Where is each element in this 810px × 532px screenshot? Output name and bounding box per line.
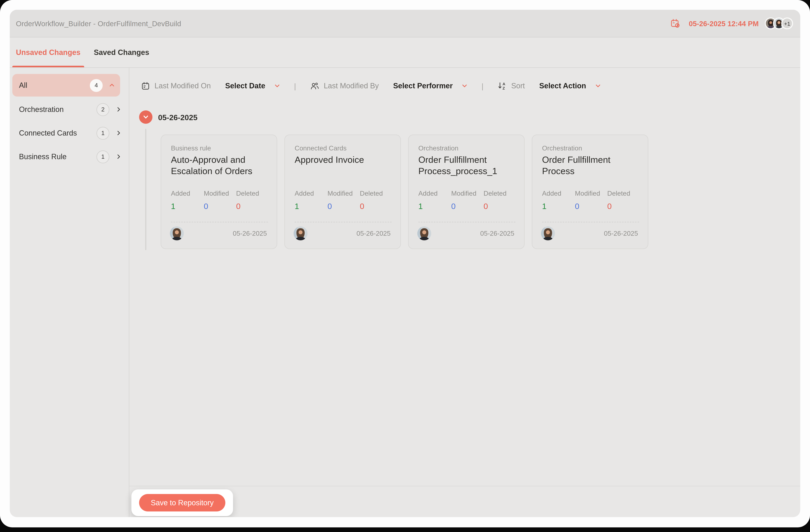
save-container: Save to Repository: [131, 489, 233, 516]
card-title: Approved Invoice: [295, 154, 392, 165]
users-icon: [310, 81, 319, 90]
last-modified-on-label: Last Modified On: [155, 82, 211, 90]
card-title: Order Fullfillment Process: [542, 154, 639, 177]
sort-az-icon[interactable]: A Z: [497, 81, 507, 91]
sidebar-item-business-rule[interactable]: Business Rule 1: [10, 145, 129, 168]
card-type-label: Connected Cards: [295, 144, 347, 152]
chevron-up-icon[interactable]: [109, 82, 115, 88]
date-group-label: 05-26-2025: [158, 113, 197, 122]
date-filter-dropdown[interactable]: Select Date: [225, 82, 280, 90]
card-stats: Added1 Modified0 Deleted0: [418, 190, 506, 211]
deleted-label: Deleted: [360, 190, 383, 197]
calendar-clock-icon: [670, 18, 680, 28]
added-label: Added: [171, 190, 204, 197]
filter-separator: |: [294, 81, 296, 90]
chevron-right-icon[interactable]: [115, 106, 122, 112]
sidebar-item-label: All: [19, 81, 90, 90]
added-count: 1: [418, 202, 451, 211]
sidebar-item-connected-cards[interactable]: Connected Cards 1: [10, 121, 129, 145]
added-label: Added: [418, 190, 451, 197]
deleted-label: Deleted: [236, 190, 259, 197]
added-count: 1: [171, 202, 204, 211]
deleted-count: 0: [360, 202, 383, 211]
titlebar-right: 05-26-2025 12:44 PM +1: [670, 17, 793, 29]
card-date: 05-26-2025: [480, 229, 515, 237]
avatar: [294, 226, 307, 240]
action-filter-value: Select Action: [539, 82, 586, 90]
performer-filter-value: Select Performer: [393, 82, 453, 90]
card-title: Order Fullfillment Process_process_1: [418, 154, 516, 177]
footer-divider: [129, 486, 800, 486]
svg-text:Z: Z: [503, 86, 505, 91]
card-type-label: Orchestration: [542, 144, 582, 152]
chevron-right-icon[interactable]: [115, 154, 122, 160]
avatar: [541, 226, 555, 240]
card-stats: Added1 Modified0 Deleted0: [542, 190, 630, 211]
count-badge: 4: [90, 79, 103, 92]
avatar: [417, 226, 431, 240]
card-title: Auto-Approval and Escalation of Orders: [171, 154, 269, 177]
card-divider: [418, 222, 515, 222]
deleted-label: Deleted: [484, 190, 506, 197]
chevron-down-icon: [461, 83, 468, 89]
card-stats: Added1 Modified0 Deleted0: [171, 190, 259, 211]
change-card[interactable]: Connected Cards Approved Invoice Added1 …: [285, 134, 401, 249]
count-badge: 2: [97, 103, 109, 116]
sidebar-item-all[interactable]: All 4: [12, 74, 120, 97]
calendar-icon: [141, 81, 150, 90]
modified-count: 0: [327, 202, 360, 211]
window-frame: OrderWorkflow_Builder - OrderFulfilment_…: [0, 0, 810, 527]
last-updated-datetime: 05-26-2025 12:44 PM: [689, 19, 759, 28]
card-date: 05-26-2025: [357, 229, 391, 237]
last-modified-by-label: Last Modified By: [324, 82, 379, 90]
sort-label: Sort: [511, 82, 525, 90]
sidebar-item-label: Connected Cards: [19, 129, 97, 137]
filter-bar: Last Modified On Select Date |: [141, 81, 601, 91]
modified-label: Modified: [327, 190, 360, 197]
card-type-label: Orchestration: [418, 144, 458, 152]
card-stats: Added1 Modified0 Deleted0: [295, 190, 383, 211]
action-filter-dropdown[interactable]: Select Action: [539, 82, 601, 90]
chevron-down-icon: [274, 83, 280, 89]
more-collaborators-badge[interactable]: +1: [781, 17, 793, 29]
performer-filter-dropdown[interactable]: Select Performer: [393, 82, 468, 90]
titlebar: OrderWorkflow_Builder - OrderFulfilment_…: [10, 10, 800, 37]
main-panel: Last Modified On Select Date |: [129, 68, 800, 517]
card-divider: [542, 222, 639, 222]
change-card[interactable]: Business rule Auto-Approval and Escalati…: [161, 134, 277, 249]
save-to-repository-button[interactable]: Save to Repository: [139, 494, 225, 512]
card-date: 05-26-2025: [233, 229, 267, 237]
card-divider: [171, 222, 268, 222]
sidebar-item-label: Orchestration: [19, 105, 97, 113]
sidebar-item-label: Business Rule: [19, 152, 97, 161]
window-title: OrderWorkflow_Builder - OrderFulfilment_…: [16, 19, 181, 28]
chevron-down-icon: [595, 83, 601, 89]
sidebar-item-orchestration[interactable]: Orchestration 2: [10, 98, 129, 121]
added-label: Added: [542, 190, 575, 197]
app-panel: OrderWorkflow_Builder - OrderFulfilment_…: [10, 10, 800, 517]
tab-unsaved-changes[interactable]: Unsaved Changes: [12, 37, 84, 67]
filter-separator: |: [482, 81, 484, 90]
change-card[interactable]: Orchestration Order Fullfillment Process…: [408, 134, 524, 249]
timeline-line: [145, 129, 146, 250]
modified-label: Modified: [451, 190, 484, 197]
collapse-group-button[interactable]: [139, 110, 152, 124]
deleted-label: Deleted: [607, 190, 630, 197]
tab-bar: Unsaved Changes Saved Changes: [10, 37, 800, 68]
svg-text:A: A: [503, 82, 505, 86]
change-cards: Business rule Auto-Approval and Escalati…: [161, 134, 648, 249]
count-badge: 1: [97, 127, 109, 140]
modified-label: Modified: [204, 190, 236, 197]
tab-saved-changes[interactable]: Saved Changes: [90, 37, 153, 67]
collaborator-avatars: +1: [765, 17, 793, 29]
date-group-header: 05-26-2025: [139, 110, 197, 124]
change-card[interactable]: Orchestration Order Fullfillment Process…: [532, 134, 648, 249]
avatar: [170, 226, 184, 240]
modified-count: 0: [575, 202, 607, 211]
content-area: All 4 Orchestration 2 Connected Cards 1: [10, 68, 800, 517]
date-filter-value: Select Date: [225, 82, 265, 90]
count-badge: 1: [97, 150, 109, 163]
modified-count: 0: [204, 202, 236, 211]
chevron-right-icon[interactable]: [115, 130, 122, 136]
deleted-count: 0: [236, 202, 259, 211]
